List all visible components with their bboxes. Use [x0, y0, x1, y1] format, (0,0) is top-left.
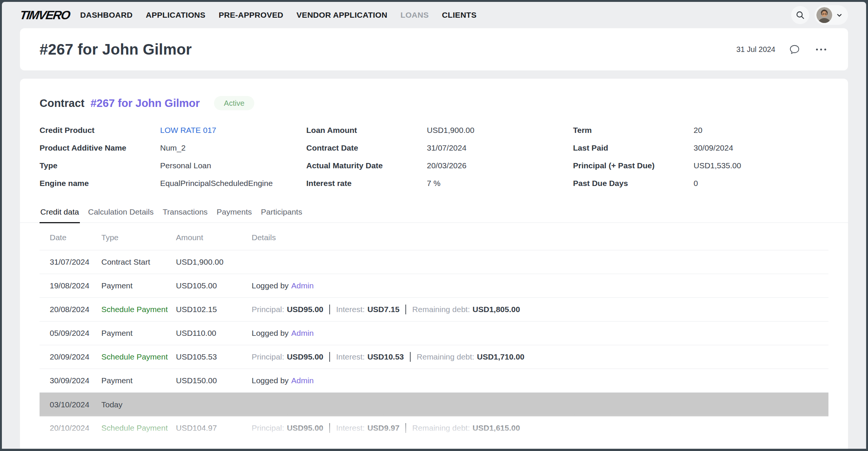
cell-type: Payment: [101, 281, 176, 290]
detail-value: USD7.15: [367, 305, 399, 314]
contract-field-loan-amount: Loan AmountUSD1,900.00: [306, 126, 573, 134]
comment-button[interactable]: [789, 44, 800, 55]
cell-amount: USD104.42: [176, 448, 252, 449]
tab-credit-data[interactable]: Credit data: [40, 204, 80, 223]
cell-date: 20/11/2024: [50, 448, 101, 449]
table-header: DateTypeAmountDetails: [40, 223, 828, 250]
column-header-type: Type: [101, 233, 176, 242]
cell-date: 03/10/2024: [50, 400, 101, 409]
detail-value: USD95.00: [287, 352, 323, 361]
contract-field-credit-product: Credit ProductLOW RATE 017: [40, 126, 306, 134]
field-value: 7 %: [427, 179, 440, 187]
cell-details: Principal:USD95.00Interest:USD7.15Remain…: [252, 305, 828, 314]
tab-payments[interactable]: Payments: [216, 204, 252, 223]
detail-segment-remaining-debt: Remaining debt:USD1,710.00: [417, 352, 524, 361]
app-window: TIMVERO DASHBOARDAPPLICATIONSPRE-APPROVE…: [2, 2, 866, 449]
cell-details: Logged byAdmin: [252, 329, 828, 338]
more-options-button[interactable]: [814, 46, 828, 53]
cell-amount: USD104.97: [176, 424, 252, 433]
admin-user-link[interactable]: Admin: [291, 281, 314, 290]
detail-label: Principal:: [252, 448, 284, 449]
column-header-details: Details: [252, 233, 828, 242]
cell-details: Principal:USD95.00Interest:USD9.97Remain…: [252, 423, 828, 433]
tab-participants[interactable]: Participants: [260, 204, 303, 223]
cell-date: 31/07/2024: [50, 257, 101, 267]
detail-value: USD1,615.00: [472, 424, 520, 432]
contract-label: Contract: [40, 97, 84, 110]
cell-type: Payment: [101, 329, 176, 338]
table-row: 20/08/2024Schedule PaymentUSD102.15Princ…: [40, 298, 828, 321]
chevron-down-icon: [836, 12, 843, 18]
detail-label: Interest:: [336, 448, 365, 449]
detail-segment-principal: Principal:USD95.00: [252, 305, 323, 314]
detail-segment-interest: Interest:USD10.53: [336, 352, 404, 361]
column-header-amount: Amount: [176, 233, 252, 242]
timvero-logo[interactable]: TIMVERO: [19, 8, 70, 22]
logged-by-text: Logged by: [252, 376, 289, 385]
nav-item-loans[interactable]: LOANS: [400, 11, 429, 20]
tab-transactions[interactable]: Transactions: [162, 204, 208, 223]
tab-calculation-details[interactable]: Calculation Details: [87, 204, 154, 223]
detail-segment-remaining-debt: Remaining debt:USD1,520.00: [412, 448, 520, 449]
nav-item-vendor-application[interactable]: VENDOR APPLICATION: [296, 11, 387, 20]
field-label: Product Additive Name: [40, 144, 160, 152]
detail-label: Remaining debt:: [412, 305, 470, 314]
detail-segment-principal: Principal:USD95.00: [252, 424, 323, 432]
field-value: Num_2: [160, 144, 186, 152]
contract-field-interest-rate: Interest rate7 %: [306, 179, 573, 187]
details-separator: [329, 447, 330, 449]
detail-value: USD95.00: [287, 424, 323, 432]
status-badge: Active: [214, 96, 254, 110]
cell-amount: USD1,900.00: [176, 257, 252, 267]
table-row: 20/09/2024Schedule PaymentUSD105.53Princ…: [40, 345, 828, 369]
nav-item-pre-approved[interactable]: PRE-APPROVED: [219, 11, 283, 20]
contract-field-engine-name: Engine nameEqualPrincipalScheduledEngine: [40, 179, 306, 187]
detail-label: Remaining debt:: [412, 424, 470, 432]
field-label: Engine name: [40, 179, 160, 187]
field-label: Last Paid: [573, 144, 694, 152]
detail-segment-interest: Interest:USD9.42: [336, 448, 399, 449]
field-label: Loan Amount: [306, 126, 427, 134]
user-menu[interactable]: [815, 5, 848, 25]
contract-field-principal-past-due: Principal (+ Past Due)USD1,535.00: [573, 162, 828, 169]
cell-type: Schedule Payment: [101, 448, 176, 449]
tab-bar: Credit dataCalculation DetailsTransactio…: [20, 204, 848, 223]
page-title: #267 for John Gilmor: [40, 41, 192, 58]
contract-field-past-due-days: Past Due Days0: [573, 179, 828, 187]
field-value: 30/09/2024: [694, 144, 733, 152]
detail-segment-interest: Interest:USD7.15: [336, 305, 399, 314]
cell-details: Principal:USD95.00Interest:USD10.53Remai…: [252, 352, 828, 362]
nav-item-clients[interactable]: CLIENTS: [442, 11, 477, 20]
top-nav: TIMVERO DASHBOARDAPPLICATIONSPRE-APPROVE…: [2, 2, 866, 28]
contract-field-term: Term20: [573, 126, 828, 134]
page-title-card: #267 for John Gilmor 31 Jul 2024: [20, 28, 848, 70]
field-value[interactable]: LOW RATE 017: [160, 126, 216, 134]
detail-value: USD95.00: [287, 305, 323, 314]
table-row: 20/10/2024Schedule PaymentUSD104.97Princ…: [40, 416, 828, 440]
contract-field-type: TypePersonal Loan: [40, 162, 306, 169]
nav-item-dashboard[interactable]: DASHBOARD: [80, 11, 133, 20]
contract-card: Contract #267 for John Gilmor Active Cre…: [20, 79, 848, 449]
field-value: 20/03/2026: [427, 162, 466, 169]
more-options-icon: [816, 49, 818, 50]
cell-type: Payment: [101, 376, 176, 385]
field-label: Term: [573, 126, 694, 134]
contract-name-link[interactable]: #267 for John Gilmor: [90, 97, 200, 110]
cell-date: 30/09/2024: [50, 376, 101, 385]
nav-item-applications[interactable]: APPLICATIONS: [146, 11, 205, 20]
detail-segment-remaining-debt: Remaining debt:USD1,805.00: [412, 305, 520, 314]
admin-user-link[interactable]: Admin: [291, 376, 314, 385]
detail-segment-principal: Principal:USD95.00: [252, 448, 323, 449]
admin-user-link[interactable]: Admin: [291, 329, 314, 337]
details-separator: [405, 423, 406, 433]
detail-label: Remaining debt:: [417, 352, 474, 361]
cell-amount: USD150.00: [176, 376, 252, 385]
cell-details: Principal:USD95.00Interest:USD9.42Remain…: [252, 447, 828, 449]
search-button[interactable]: [791, 6, 809, 24]
table-row: 20/11/2024Schedule PaymentUSD104.42Princ…: [40, 440, 828, 449]
table-row: 30/09/2024PaymentUSD150.00Logged byAdmin: [40, 369, 828, 393]
contract-fields: Credit ProductLOW RATE 017Product Additi…: [40, 126, 828, 187]
column-header-date: Date: [50, 233, 101, 242]
cell-details: Logged byAdmin: [252, 281, 828, 290]
detail-value: USD1,520.00: [472, 448, 520, 449]
